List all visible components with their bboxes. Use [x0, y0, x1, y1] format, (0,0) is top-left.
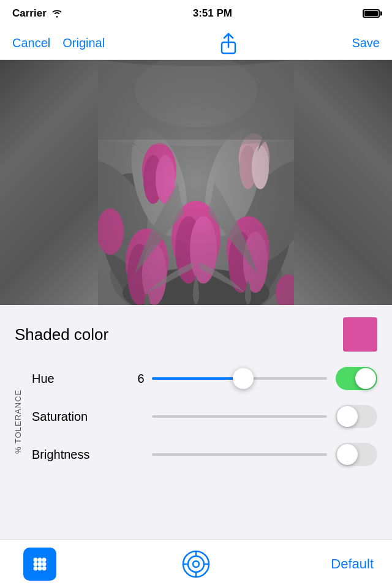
- wifi-icon: [51, 9, 62, 18]
- hue-label: Hue: [32, 372, 130, 386]
- svg-point-33: [42, 557, 47, 562]
- grid-dots-icon: [29, 554, 50, 575]
- circular-menu-button[interactable]: [176, 545, 216, 584]
- tolerance-label: % TOLERANCE: [13, 372, 23, 470]
- default-button[interactable]: Default: [331, 556, 374, 572]
- status-right: [363, 9, 380, 18]
- svg-point-34: [34, 562, 38, 566]
- color-swatch[interactable]: [343, 317, 377, 352]
- image-area: [0, 60, 392, 305]
- hue-row: Hue 6: [15, 366, 377, 391]
- status-carrier: Carrier: [12, 7, 62, 20]
- brightness-row: Brightness: [15, 442, 377, 467]
- grid-filter-button[interactable]: [18, 543, 61, 586]
- bottom-bar: Default: [0, 539, 392, 588]
- save-button[interactable]: Save: [352, 36, 380, 50]
- svg-point-32: [38, 557, 42, 562]
- original-button[interactable]: Original: [62, 36, 105, 50]
- svg-point-31: [34, 557, 38, 562]
- svg-point-41: [188, 556, 204, 572]
- brightness-slider[interactable]: [152, 442, 327, 467]
- brightness-toggle-container: [336, 443, 377, 466]
- nav-center: [220, 32, 237, 55]
- status-time: 3:51 PM: [193, 7, 232, 20]
- svg-point-39: [42, 566, 47, 570]
- grid-icon-box: [23, 548, 56, 581]
- saturation-slider[interactable]: [152, 404, 327, 429]
- saturation-row: Saturation: [15, 404, 377, 429]
- svg-point-42: [193, 561, 199, 567]
- battery-icon: [363, 9, 380, 18]
- svg-rect-30: [98, 60, 294, 305]
- saturation-toggle-container: [336, 405, 377, 428]
- svg-point-38: [38, 566, 42, 570]
- share-button[interactable]: [220, 32, 237, 55]
- svg-point-37: [34, 566, 38, 570]
- hue-toggle-container: [336, 367, 377, 390]
- saturation-toggle[interactable]: [336, 405, 377, 428]
- brightness-label: Brightness: [32, 448, 130, 462]
- status-bar: Carrier 3:51 PM: [0, 0, 392, 27]
- circular-menu-icon: [181, 549, 211, 579]
- shaded-color-label: Shaded color: [15, 325, 108, 344]
- hue-toggle[interactable]: [336, 367, 377, 390]
- nav-bar: Cancel Original Save: [0, 27, 392, 60]
- hue-slider[interactable]: [152, 366, 327, 391]
- sliders-area: % TOLERANCE Hue 6 Saturation: [15, 366, 377, 467]
- svg-point-36: [42, 562, 47, 566]
- brightness-toggle[interactable]: [336, 443, 377, 466]
- cancel-button[interactable]: Cancel: [12, 36, 50, 50]
- svg-point-35: [38, 562, 42, 566]
- share-icon: [220, 32, 237, 55]
- hue-value: 6: [130, 372, 152, 386]
- shaded-color-row: Shaded color: [15, 317, 377, 352]
- saturation-label: Saturation: [32, 410, 130, 424]
- controls-panel: Shaded color % TOLERANCE Hue 6 Saturati: [0, 305, 392, 467]
- flower-image: [98, 60, 294, 305]
- nav-left: Cancel Original: [12, 36, 105, 50]
